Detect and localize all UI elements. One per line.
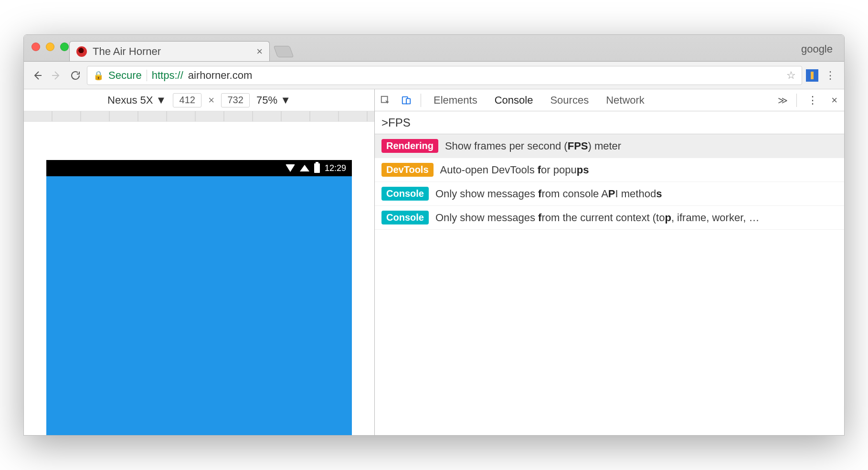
device-mode-toggle[interactable]: [396, 95, 417, 106]
address-bar[interactable]: 🔒 Secure https://airhorner.com ☆: [87, 66, 802, 85]
inspect-element-button[interactable]: [375, 95, 396, 106]
emulated-phone[interactable]: 12:29: [46, 160, 352, 435]
tab-title: The Air Horner: [93, 45, 161, 58]
new-tab-button[interactable]: [274, 46, 294, 57]
extension-lighthouse-icon[interactable]: [806, 69, 818, 82]
command-menu-item[interactable]: ConsoleOnly show messages from console A…: [375, 182, 844, 206]
command-menu-results: RenderingShow frames per second (FPS) me…: [375, 134, 844, 230]
reload-button[interactable]: [68, 68, 83, 83]
devtools-panel: Elements Console Sources Network ≫ ⋮ × >…: [375, 89, 844, 435]
chrome-menu-button[interactable]: ⋮: [822, 69, 838, 82]
device-name: Nexus 5X: [107, 94, 153, 107]
command-menu-item-label: Show frames per second (FPS) meter: [445, 140, 621, 152]
ruler: [24, 111, 374, 122]
arrow-right-icon: [51, 70, 62, 81]
command-menu-item[interactable]: DevToolsAuto-open DevTools for popups: [375, 158, 844, 182]
devtools-menu-button[interactable]: ⋮: [801, 94, 825, 107]
devtools-tabbar: Elements Console Sources Network ≫ ⋮ ×: [375, 89, 844, 111]
command-menu-input[interactable]: >FPS: [375, 111, 844, 134]
command-menu-item[interactable]: RenderingShow frames per second (FPS) me…: [375, 134, 844, 158]
inspect-icon: [380, 95, 391, 106]
zoom-value: 75%: [256, 94, 277, 107]
category-badge: Console: [381, 211, 429, 224]
tab-network[interactable]: Network: [597, 89, 653, 111]
url-host: airhorner.com: [188, 69, 253, 82]
back-button[interactable]: [30, 68, 45, 83]
window-controls: [32, 43, 69, 51]
battery-icon: [314, 163, 320, 173]
browser-tab[interactable]: The Air Horner ×: [69, 41, 270, 61]
command-menu-value: >FPS: [381, 116, 411, 129]
device-toolbar: Nexus 5X ▼ × 75% ▼: [24, 89, 374, 111]
device-select[interactable]: Nexus 5X ▼: [107, 94, 166, 107]
command-menu-item[interactable]: ConsoleOnly show messages from the curre…: [375, 206, 844, 230]
device-height-input[interactable]: [221, 93, 250, 107]
arrow-left-icon: [32, 70, 43, 81]
chevron-down-icon: ▼: [156, 94, 166, 107]
zoom-select[interactable]: 75% ▼: [256, 94, 291, 107]
times-icon: ×: [208, 94, 214, 107]
reload-icon: [70, 70, 81, 81]
phone-status-bar: 12:29: [46, 160, 352, 176]
bookmark-star-icon[interactable]: ☆: [786, 69, 796, 82]
profile-label[interactable]: google: [801, 43, 833, 55]
tab-strip: The Air Horner × google: [24, 35, 844, 62]
device-stage: 12:29: [24, 122, 374, 435]
command-menu-item-label: Only show messages from console API meth…: [435, 188, 662, 200]
window-maximize-button[interactable]: [60, 43, 69, 51]
command-menu-item-label: Auto-open DevTools for popups: [440, 164, 589, 176]
svg-rect-2: [406, 98, 410, 104]
device-width-input[interactable]: [173, 93, 201, 107]
lock-icon: 🔒: [93, 70, 104, 81]
forward-button[interactable]: [49, 68, 64, 83]
category-badge: DevTools: [381, 163, 434, 177]
more-tabs-button[interactable]: ≫: [773, 95, 793, 106]
signal-icon: [300, 165, 309, 171]
device-icon: [401, 95, 412, 106]
tab-elements[interactable]: Elements: [425, 89, 486, 111]
device-viewport-pane: Nexus 5X ▼ × 75% ▼: [24, 89, 375, 435]
window-close-button[interactable]: [32, 43, 40, 51]
content-area: Nexus 5X ▼ × 75% ▼: [24, 89, 844, 435]
chevron-down-icon: ▼: [280, 94, 291, 107]
tab-sources[interactable]: Sources: [541, 89, 597, 111]
divider: [421, 94, 421, 107]
tab-console[interactable]: Console: [486, 89, 542, 111]
command-menu-item-label: Only show messages from the current cont…: [435, 212, 760, 224]
window-minimize-button[interactable]: [46, 43, 54, 51]
divider: [796, 94, 797, 107]
tab-close-button[interactable]: ×: [256, 45, 263, 58]
category-badge: Rendering: [381, 139, 438, 153]
devtools-close-button[interactable]: ×: [825, 94, 844, 107]
wifi-icon: [286, 164, 295, 172]
secure-label: Secure: [108, 69, 142, 82]
browser-toolbar: 🔒 Secure https://airhorner.com ☆ ⋮: [24, 62, 844, 89]
divider: [147, 70, 147, 81]
phone-clock: 12:29: [325, 163, 346, 173]
url-scheme: https://: [152, 69, 183, 82]
category-badge: Console: [381, 187, 429, 201]
chrome-window: The Air Horner × google 🔒: [23, 34, 845, 436]
favicon-icon: [76, 46, 87, 57]
